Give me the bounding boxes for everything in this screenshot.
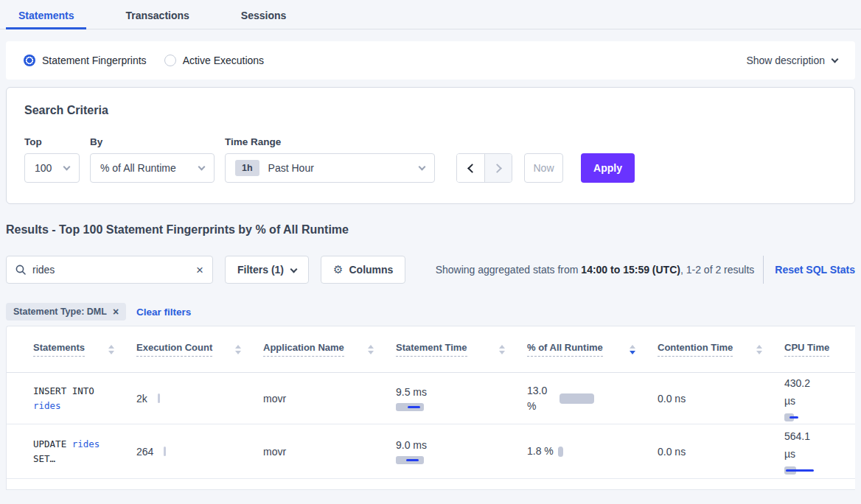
summary-count: , 1-2 of 2 results — [680, 264, 754, 276]
clear-search-icon[interactable]: × — [196, 264, 203, 276]
by-select[interactable]: % of All Runtime — [90, 153, 215, 183]
execution-count-bar — [158, 393, 160, 403]
sort-icon[interactable] — [756, 345, 762, 354]
statement-time-bar — [396, 403, 440, 412]
runtime-pct-cell: 1.8 % — [527, 424, 658, 478]
sort-icon[interactable] — [235, 345, 241, 354]
col-header-application-name: Application Name — [263, 342, 396, 357]
cpu-time-unit: µs — [784, 445, 795, 463]
search-box: × — [6, 256, 213, 284]
results-summary: Showing aggregated stats from 14:00 to 1… — [436, 256, 855, 284]
tab-statements[interactable]: Statements — [6, 0, 86, 29]
col-label: CPU Time — [784, 342, 829, 357]
runtime-pct-bar — [558, 447, 563, 457]
application-name-value: movr — [263, 446, 286, 458]
summary-time-range: 14:00 to 15:59 (UTC) — [581, 264, 680, 276]
radio-label: Statement Fingerprints — [42, 55, 147, 66]
sql-text: INSERT INTO — [33, 385, 94, 396]
sort-icon[interactable] — [108, 345, 114, 354]
search-criteria-card: Search Criteria Top 100 By % of All Runt… — [6, 87, 855, 204]
apply-button[interactable]: Apply — [581, 153, 635, 183]
prev-time-button[interactable] — [457, 154, 484, 182]
search-icon — [15, 265, 26, 275]
tab-transactions[interactable]: Transactions — [113, 0, 201, 29]
col-header-statements: Statements — [33, 342, 136, 357]
top-label: Top — [24, 136, 80, 147]
col-label: Application Name — [263, 342, 344, 357]
radio-selected-icon — [24, 55, 35, 66]
col-label: Contention Time — [658, 342, 733, 357]
sort-icon[interactable] — [368, 345, 374, 354]
next-time-button[interactable] — [484, 154, 512, 182]
application-name-cell: movr — [263, 424, 396, 478]
now-button[interactable]: Now — [524, 153, 563, 183]
application-name-value: movr — [263, 393, 286, 405]
tab-sessions[interactable]: Sessions — [229, 0, 299, 29]
radio-active-executions[interactable]: Active Executions — [164, 55, 265, 66]
runtime-pct-bar — [560, 393, 594, 404]
radio-statement-fingerprints[interactable]: Statement Fingerprints — [24, 55, 147, 66]
statement-link[interactable]: rides — [72, 438, 100, 449]
runtime-pct-value: 13.0 — [527, 383, 560, 399]
execution-count-cell: 264 — [136, 424, 263, 478]
col-label: Statements — [33, 342, 85, 357]
statement-time-bar — [396, 456, 440, 465]
col-header-cpu-time: CPU Time — [784, 342, 861, 357]
col-header-execution-count: Execution Count — [136, 342, 263, 357]
filter-chip-label: Statement Type: DML — [13, 307, 107, 317]
view-toggle-band: Statement Fingerprints Active Executions… — [6, 41, 855, 80]
time-range-value: Past Hour — [268, 162, 314, 174]
filter-chip-statement-type[interactable]: Statement Type: DML × — [6, 303, 126, 321]
search-input[interactable] — [32, 264, 196, 276]
columns-button[interactable]: ⚙ Columns — [321, 256, 405, 284]
execution-count-value: 264 — [136, 446, 153, 458]
contention-time-cell: 0.0 ns — [658, 424, 784, 478]
chevron-left-icon — [467, 164, 477, 173]
col-label: Execution Count — [136, 342, 212, 357]
table-row[interactable]: INSERT INTO rides 2k movr 9.5 ms 13.0 % — [7, 373, 855, 424]
time-nav-group — [456, 153, 512, 183]
remove-filter-icon[interactable]: × — [113, 307, 119, 317]
execution-count-value: 2k — [136, 393, 147, 405]
active-filters-row: Statement Type: DML × Clear filters — [6, 303, 855, 321]
sort-icon-active-desc[interactable] — [630, 345, 635, 354]
statement-fingerprint-cell: UPDATE rides SET… — [33, 424, 136, 478]
chevron-down-icon — [419, 163, 426, 170]
clear-filters-link[interactable]: Clear filters — [136, 307, 191, 318]
statement-link[interactable]: rides — [33, 400, 61, 411]
cpu-time-cell: 564.1 µs — [784, 424, 861, 478]
top-select[interactable]: 100 — [24, 153, 80, 183]
top-value: 100 — [35, 162, 52, 174]
gear-icon: ⚙ — [333, 263, 343, 276]
sort-icon[interactable] — [499, 345, 505, 354]
statement-time-value: 9.0 ms — [396, 438, 427, 452]
table-row[interactable]: UPDATE rides SET… 264 movr 9.0 ms 1.8 % — [7, 424, 855, 479]
runtime-pct-cell: 13.0 % — [527, 373, 658, 424]
contention-time-value: 0.0 ns — [658, 446, 686, 458]
cpu-time-bar — [784, 466, 829, 475]
chevron-down-icon — [198, 163, 206, 170]
by-field: By % of All Runtime — [90, 136, 215, 183]
reset-sql-stats-link[interactable]: Reset SQL Stats — [775, 264, 855, 276]
filters-label: Filters (1) — [237, 264, 284, 276]
filters-button[interactable]: Filters (1) — [225, 256, 309, 284]
runtime-pct-unit: % — [527, 399, 560, 414]
time-range-field: Time Range 1h Past Hour — [225, 136, 435, 183]
cpu-time-unit: µs — [784, 392, 795, 410]
statement-time-value: 9.5 ms — [396, 385, 427, 399]
show-description-toggle[interactable]: Show description — [746, 55, 837, 66]
col-header-contention-time: Contention Time — [658, 342, 784, 357]
col-label: Statement Time — [396, 342, 467, 357]
time-range-select[interactable]: 1h Past Hour — [225, 153, 435, 183]
execution-count-cell: 2k — [136, 373, 263, 424]
time-range-label: Time Range — [225, 136, 435, 147]
runtime-pct-value: 1.8 % — [527, 444, 554, 459]
statement-time-cell: 9.0 ms — [396, 424, 527, 478]
radio-label: Active Executions — [183, 55, 265, 66]
contention-time-value: 0.0 ns — [658, 393, 686, 405]
top-field: Top 100 — [24, 136, 80, 183]
chevron-right-icon — [492, 164, 502, 173]
time-range-badge: 1h — [235, 160, 259, 176]
chevron-down-icon — [290, 265, 298, 273]
col-label: % of All Runtime — [527, 342, 603, 357]
